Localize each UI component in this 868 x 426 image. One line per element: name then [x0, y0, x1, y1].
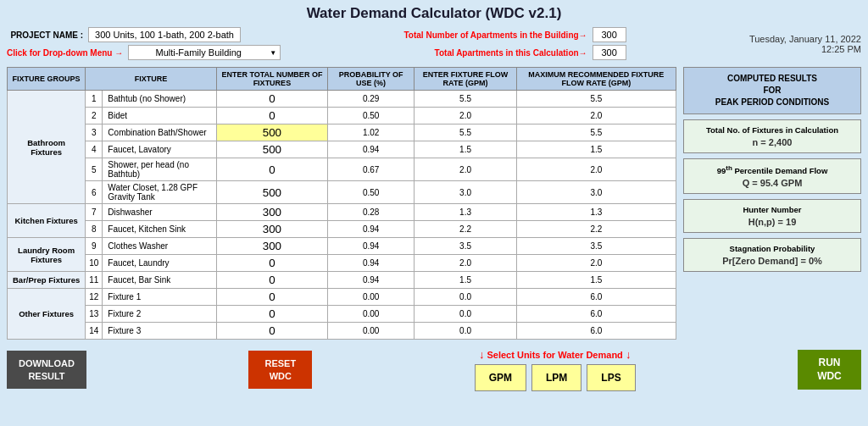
fixture-total[interactable] — [216, 108, 327, 124]
units-buttons: GPM LPM LPS — [475, 364, 636, 391]
fixture-flow: 0.0 — [415, 289, 516, 306]
fixture-total[interactable] — [216, 255, 327, 272]
fixture-maxflow: 1.5 — [516, 141, 676, 158]
building-type-dropdown[interactable]: Multi-Family Building — [128, 45, 281, 60]
fixture-prob: 0.00 — [327, 289, 414, 306]
fixture-total[interactable] — [216, 323, 327, 340]
total-apts-label: Total Number of Apartments in the Buildi… — [404, 30, 587, 40]
col-header-maxflow: MAXIMUM RECOMMENDED FIXTURE FLOW RATE (G… — [516, 68, 676, 91]
col-header-total: ENTER TOTAL NUMBER OF FIXTURES — [216, 68, 327, 91]
reset-button[interactable]: RESETWDC — [248, 351, 312, 389]
fixture-flow: 2.0 — [415, 108, 516, 124]
fixture-flow: 1.5 — [415, 141, 516, 158]
group-bar: Bar/Prep Fixtures — [8, 272, 86, 289]
fixture-name: Fixture 1 — [103, 289, 217, 306]
table-row: 4 Faucet, Lavatory 0.94 1.5 1.5 — [8, 141, 676, 158]
fixture-maxflow: 5.5 — [516, 91, 676, 108]
fixture-name: Bidet — [103, 108, 217, 124]
fixture-maxflow: 2.0 — [516, 158, 676, 181]
project-name-label: PROJECT NAME : — [7, 30, 83, 40]
fixture-prob: 0.00 — [327, 323, 414, 340]
table-row: 14 Fixture 3 0.00 0.0 6.0 — [8, 323, 676, 340]
row-num: 3 — [86, 124, 103, 141]
fixture-total[interactable] — [216, 124, 327, 141]
fixture-flow: 5.5 — [415, 91, 516, 108]
units-text: Select Units for Water Demand — [487, 350, 625, 360]
building-type-dropdown-wrapper: Multi-Family Building — [128, 45, 281, 60]
fixture-name: Bathtub (no Shower) — [103, 91, 217, 108]
percentile-result-value: Q = 95.4 GPM — [687, 178, 857, 188]
group-bathroom: BathroomFixtures — [8, 91, 86, 204]
fixture-total[interactable] — [216, 238, 327, 255]
table-row: 6 Water Closet, 1.28 GPF Gravity Tank 0.… — [8, 181, 676, 204]
fixture-maxflow: 2.2 — [516, 221, 676, 238]
header-section: PROJECT NAME : Click for Drop-down Menu … — [7, 27, 861, 60]
fixture-maxflow: 1.5 — [516, 272, 676, 289]
fixture-total[interactable] — [216, 204, 327, 221]
calc-apts-label: Total Apartments in this Calculation→ — [435, 48, 587, 58]
unit-lps-button[interactable]: LPS — [587, 364, 635, 391]
table-row: 8 Faucet, Kitchen Sink 0.94 2.2 2.2 — [8, 221, 676, 238]
fixture-maxflow: 3.5 — [516, 238, 676, 255]
row-num: 14 — [86, 323, 103, 340]
table-row: Other Fixtures 12 Fixture 1 0.00 0.0 6.0 — [8, 289, 676, 306]
col-header-groups: FIXTURE GROUPS — [8, 68, 86, 91]
fixture-maxflow: 2.0 — [516, 255, 676, 272]
fixture-total[interactable] — [216, 181, 327, 204]
fixture-total[interactable] — [216, 272, 327, 289]
fixtures-result-value: n = 2,400 — [687, 137, 857, 147]
date-display: Tuesday, January 11, 2022 — [749, 34, 861, 44]
total-apts-value: 300 — [593, 27, 626, 42]
row-num: 2 — [86, 108, 103, 124]
fixture-flow: 0.0 — [415, 306, 516, 323]
fixture-flow: 1.5 — [415, 272, 516, 289]
footer-section: DOWNLOADRESULT RESETWDC ↓ Select Units f… — [7, 345, 861, 395]
fixture-prob: 0.67 — [327, 158, 414, 181]
fixture-name: Faucet, Laundry — [103, 255, 217, 272]
row-num: 6 — [86, 181, 103, 204]
fixture-total[interactable] — [216, 306, 327, 323]
unit-gpm-button[interactable]: GPM — [475, 364, 526, 391]
group-kitchen: Kitchen Fixtures — [8, 204, 86, 238]
unit-lpm-button[interactable]: LPM — [531, 364, 581, 391]
table-section: FIXTURE GROUPS FIXTURE ENTER TOTAL NUMBE… — [7, 67, 676, 340]
hunter-result-box: Hunter Number H(n,p) = 19 — [683, 199, 861, 233]
fixture-name: Clothes Washer — [103, 238, 217, 255]
fixture-prob: 0.94 — [327, 238, 414, 255]
hunter-result-label: Hunter Number — [687, 205, 857, 214]
group-laundry: Laundry Room Fixtures — [8, 238, 86, 272]
row-num: 9 — [86, 238, 103, 255]
row-num: 7 — [86, 204, 103, 221]
row-num: 11 — [86, 272, 103, 289]
fixture-flow: 2.0 — [415, 255, 516, 272]
fixture-prob: 0.28 — [327, 204, 414, 221]
arrow-right-icon: ↓ — [626, 348, 632, 361]
fixture-name: Shower, per head (no Bathtub) — [103, 158, 217, 181]
fixture-maxflow: 1.3 — [516, 204, 676, 221]
table-row: 5 Shower, per head (no Bathtub) 0.67 2.0… — [8, 158, 676, 181]
fixtures-result-label: Total No. of Fixtures in Calculation — [687, 125, 857, 135]
table-row: BathroomFixtures 1 Bathtub (no Shower) 0… — [8, 91, 676, 108]
col-header-prob: PROBABILITY OF USE (%) — [327, 68, 414, 91]
fixture-name: Fixture 3 — [103, 323, 217, 340]
dropdown-link[interactable]: Click for Drop-down Menu → — [7, 48, 123, 58]
fixture-flow: 2.0 — [415, 158, 516, 181]
fixture-maxflow: 5.5 — [516, 124, 676, 141]
fixture-prob: 1.02 — [327, 124, 414, 141]
units-section: ↓ Select Units for Water Demand ↓ GPM LP… — [475, 348, 636, 391]
project-name-input[interactable] — [88, 27, 241, 42]
fixture-total[interactable] — [216, 221, 327, 238]
fixture-prob: 0.94 — [327, 141, 414, 158]
stagnation-result-value: Pr[Zero Demand] = 0% — [687, 256, 857, 266]
download-button[interactable]: DOWNLOADRESULT — [7, 351, 86, 389]
fixture-flow: 1.3 — [415, 204, 516, 221]
fixture-maxflow: 2.0 — [516, 108, 676, 124]
fixture-total[interactable] — [216, 91, 327, 108]
fixture-total[interactable] — [216, 289, 327, 306]
run-button[interactable]: RUNWDC — [798, 350, 861, 390]
row-num: 4 — [86, 141, 103, 158]
fixture-total[interactable] — [216, 158, 327, 181]
app-title: Water Demand Calculator (WDC v2.1) — [7, 5, 861, 22]
fixture-total[interactable] — [216, 141, 327, 158]
fixture-prob: 0.94 — [327, 221, 414, 238]
